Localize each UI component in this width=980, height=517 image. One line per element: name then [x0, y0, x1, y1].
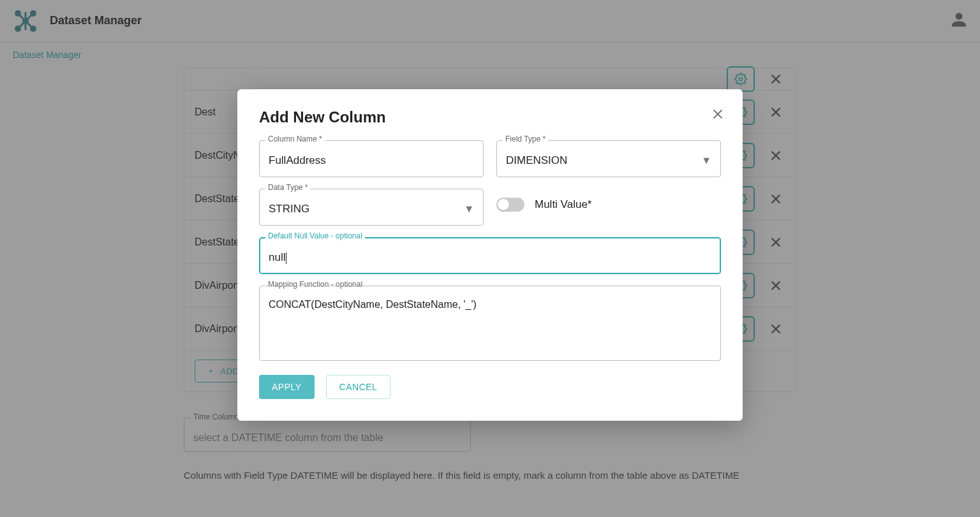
modal-close-button[interactable]: [711, 107, 725, 124]
field-type-value: DIMENSION: [506, 154, 701, 167]
field-type-label: Field Type *: [503, 135, 548, 143]
cancel-button[interactable]: CANCEL: [326, 375, 391, 399]
column-name-value: FullAddress: [269, 154, 474, 167]
data-type-select[interactable]: STRING ▼: [259, 189, 484, 226]
multi-value-toggle[interactable]: [496, 198, 524, 212]
data-type-label: Data Type *: [265, 183, 310, 192]
apply-button[interactable]: APPLY: [259, 375, 315, 399]
multi-value-label: Multi Value*: [535, 198, 591, 211]
data-type-value: STRING: [269, 203, 464, 215]
mapping-function-input[interactable]: CONCAT(DestCityName, DestStateName, '_'): [259, 286, 721, 361]
column-name-input[interactable]: FullAddress: [259, 140, 484, 177]
modal-title: Add New Column: [259, 108, 721, 126]
dropdown-caret-icon: ▼: [464, 203, 474, 215]
add-column-modal: Add New Column Column Name * FullAddress…: [237, 89, 743, 421]
modal-overlay: Add New Column Column Name * FullAddress…: [0, 0, 980, 517]
dropdown-caret-icon: ▼: [701, 155, 711, 166]
default-null-label: Default Null Value - optional: [265, 231, 365, 240]
default-null-input[interactable]: null: [259, 237, 721, 274]
mapping-function-value: CONCAT(DestCityName, DestStateName, '_'): [269, 299, 711, 310]
field-type-select[interactable]: DIMENSION ▼: [496, 140, 721, 177]
column-name-label: Column Name *: [265, 135, 325, 143]
default-null-value: null: [269, 251, 711, 264]
